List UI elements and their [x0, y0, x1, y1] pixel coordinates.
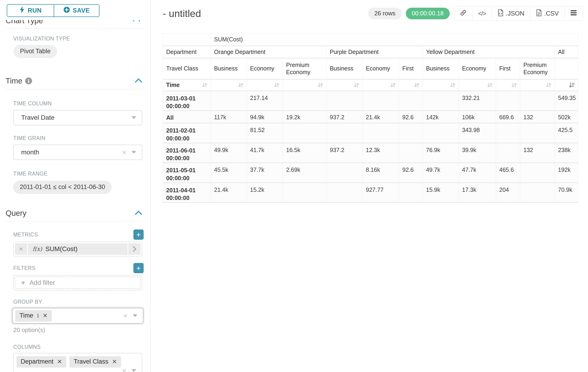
sortable-column-header [363, 79, 399, 91]
sortable-column-header [283, 79, 326, 91]
value-cell: 927.77 [363, 183, 399, 203]
caret-down-icon[interactable] [132, 116, 136, 119]
add-metric-button[interactable]: + [133, 230, 144, 240]
time-grain-select[interactable]: month × [13, 145, 142, 160]
sortable-column-header [496, 79, 520, 91]
chevron-right-icon[interactable] [128, 243, 141, 255]
sortable-column-header [326, 79, 363, 91]
value-cell: 117k [211, 111, 247, 123]
value-cell: 45.5k [211, 163, 247, 183]
table-row: All117k94.9k19.2k937.221.4k92.6142k106k6… [163, 111, 578, 123]
remove-tag-icon[interactable]: ✕ [57, 358, 62, 365]
value-cell: 76.9k [423, 143, 459, 163]
chevron-up-icon[interactable] [134, 78, 143, 84]
value-cell: 332.21 [459, 91, 496, 111]
value-cell: 217.14 [247, 91, 283, 111]
menu-button[interactable] [564, 7, 583, 21]
sort-desc-icon[interactable] [568, 82, 576, 89]
time-range-label: TIME RANGE [13, 171, 47, 177]
csv-file-icon [536, 9, 542, 18]
value-cell [399, 143, 423, 163]
metric-pill[interactable]: × f(x) SUM(Cost) [15, 243, 141, 255]
copy-link-button[interactable] [454, 7, 472, 21]
sortable-column-header [247, 79, 283, 91]
chart-header: - untitled 26 rows 00:00:00.18 </> .JSO [163, 6, 583, 21]
action-button-bar: RUN SAVE [0, 0, 150, 17]
export-json-button[interactable]: .JSON [492, 7, 530, 21]
metrics-control: × f(x) SUM(Cost) [13, 242, 142, 256]
group-by-tag-label: Time [20, 312, 33, 319]
add-filter-dropzone[interactable]: + Add filter [15, 277, 141, 289]
remove-metric-icon[interactable]: × [15, 243, 28, 255]
time-sort-header: Time [163, 79, 211, 91]
chart-type-collapse-chevron[interactable] [132, 21, 142, 23]
chart-type-section-header-clipped: Chart Type [6, 20, 150, 27]
value-cell [326, 183, 363, 203]
filters-control: + Add filter [13, 275, 142, 290]
run-button[interactable]: RUN [7, 5, 54, 17]
travel-class-row-header: Travel Class [163, 58, 211, 79]
caret-down-icon[interactable] [133, 314, 137, 317]
sort-updown-icon[interactable] [353, 82, 360, 89]
visualization-type-pill[interactable]: Pivot Table [14, 45, 57, 58]
run-save-button-group: RUN SAVE [7, 4, 99, 17]
sort-updown-icon[interactable] [237, 82, 244, 89]
sort-updown-icon[interactable] [413, 82, 420, 89]
run-button-label: RUN [28, 7, 42, 14]
value-cell [423, 91, 459, 111]
column-group-header: Purple Department [326, 46, 423, 58]
remove-tag-icon[interactable]: ✕ [43, 312, 48, 319]
sort-updown-icon[interactable] [545, 82, 552, 89]
value-cell: 16.5k [283, 143, 326, 163]
value-cell: 2.69k [283, 163, 326, 183]
caret-down-icon[interactable] [132, 151, 136, 154]
clear-icon[interactable]: × [122, 367, 126, 372]
export-csv-button[interactable]: .CSV [530, 7, 564, 21]
query-section-title: Query [6, 209, 27, 218]
value-cell [283, 183, 326, 203]
value-cell: 669.6 [496, 111, 520, 123]
value-cell: 21.4k [211, 183, 247, 203]
column-group-header: Orange Department [211, 46, 326, 58]
clear-icon[interactable]: × [123, 312, 128, 319]
link-icon [460, 9, 467, 18]
sort-updown-icon[interactable] [201, 82, 208, 89]
caret-down-icon[interactable] [132, 369, 136, 372]
time-column-select[interactable]: Travel Date [13, 110, 142, 125]
group-by-select[interactable]: Time i ✕ × [12, 308, 143, 324]
chevron-up-icon[interactable] [134, 210, 143, 216]
sort-updown-icon[interactable] [273, 82, 280, 89]
sort-updown-icon[interactable] [317, 82, 324, 89]
value-cell: 549.35 [555, 91, 578, 111]
sort-updown-icon[interactable] [449, 82, 456, 89]
clear-icon[interactable]: × [122, 149, 126, 156]
sortable-column-header [520, 79, 555, 91]
time-range-pill[interactable]: 2011-01-01 ≤ col < 2011-06-30 [13, 181, 112, 194]
metric-main[interactable]: f(x) SUM(Cost) [28, 243, 128, 255]
save-button[interactable]: SAVE [54, 5, 99, 17]
metric-label: SUM(Cost) [45, 245, 77, 253]
sort-updown-icon[interactable] [486, 82, 494, 89]
travel-class-header: First [496, 58, 520, 79]
add-filter-button[interactable]: + [133, 263, 144, 273]
pivot-corner-cell [163, 34, 211, 46]
columns-select[interactable]: Department ✕ Travel Class ✕ × [13, 353, 142, 372]
embed-code-button[interactable]: </> [472, 7, 492, 21]
sortable-column-header [211, 79, 247, 91]
value-cell: 142k [423, 111, 459, 123]
remove-tag-icon[interactable]: ✕ [112, 358, 117, 365]
value-cell: 132 [520, 143, 555, 163]
row-header-cell: 2011-05-01 00:00:00 [163, 163, 211, 183]
time-column-label-row: TIME COLUMN [13, 100, 144, 107]
value-cell [399, 123, 423, 143]
columns-label: COLUMNS [13, 344, 41, 350]
chart-title[interactable]: - untitled [163, 8, 201, 19]
sort-updown-icon[interactable] [389, 82, 397, 89]
value-cell: 106k [459, 111, 496, 123]
sort-updown-icon[interactable] [511, 82, 518, 89]
value-cell: 94.9k [247, 111, 283, 123]
value-cell [326, 163, 363, 183]
value-cell [399, 91, 423, 111]
value-cell [520, 163, 555, 183]
group-by-label-row: GROUP BY [13, 299, 144, 305]
